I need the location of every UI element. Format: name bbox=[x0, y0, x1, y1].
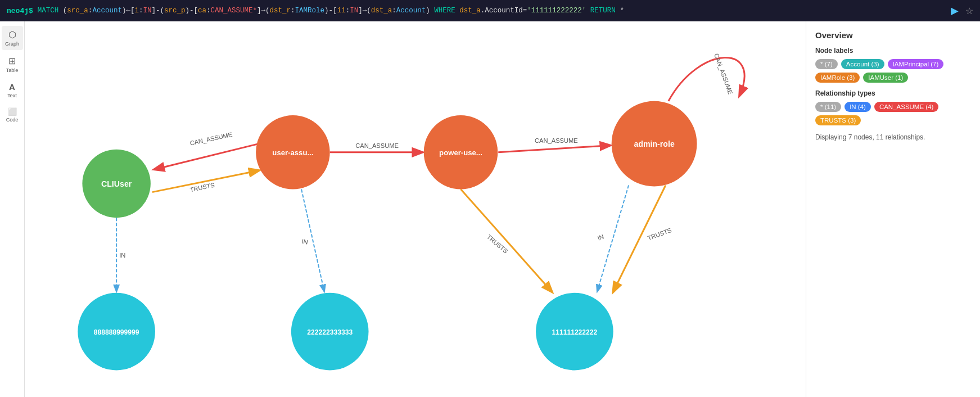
sidebar-item-text-label: Text bbox=[7, 93, 17, 98]
graph-icon: ⬡ bbox=[8, 29, 16, 40]
star-button[interactable]: ☆ bbox=[965, 6, 973, 16]
run-button[interactable]: ▶ bbox=[949, 4, 961, 17]
node-power-use-label: power-use... bbox=[439, 148, 482, 157]
badge-iamuser[interactable]: IAMUser (1) bbox=[863, 73, 908, 83]
sidebar-item-table[interactable]: ⊞ Table bbox=[2, 52, 23, 76]
badge-can-assume[interactable]: CAN_ASSUME (4) bbox=[874, 102, 939, 112]
query-bar: neo4j$ MATCH (src_a:Account)←[i:IN]-(src… bbox=[0, 0, 980, 21]
sidebar-item-code-label: Code bbox=[6, 117, 19, 123]
sidebar-item-text[interactable]: A Text bbox=[2, 79, 23, 102]
edge-label-trusts-2: TRUSTS bbox=[486, 233, 509, 255]
rel-types-badges: * (11) IN (4) CAN_ASSUME (4) bbox=[815, 102, 971, 112]
edge-label-can-assume-1: CAN_ASSUME bbox=[189, 131, 233, 147]
edge-label-trusts-3: TRUSTS bbox=[647, 227, 672, 241]
panel-title: Overview bbox=[815, 30, 971, 40]
edge-label-in-2: IN bbox=[301, 238, 309, 246]
text-icon: A bbox=[9, 82, 15, 92]
edge-can-assume-userassu-cliuser bbox=[155, 144, 259, 170]
query-prompt: neo4j$ bbox=[7, 7, 33, 15]
graph-svg: CAN_ASSUME TRUSTS CAN_ASSUME CAN_ASSUME … bbox=[25, 21, 806, 397]
edge-can-assume-self-loop bbox=[669, 57, 744, 101]
edge-label-can-assume-3: CAN_ASSUME bbox=[535, 137, 578, 144]
graph-canvas[interactable]: CAN_ASSUME TRUSTS CAN_ASSUME CAN_ASSUME … bbox=[25, 21, 806, 397]
node-labels-title: Node labels bbox=[815, 47, 971, 55]
edge-label-can-assume-2: CAN_ASSUME bbox=[355, 142, 399, 149]
right-panel: Overview Node labels * (7) Account (3) I… bbox=[806, 21, 980, 397]
edge-label-in-1: IN bbox=[119, 252, 125, 259]
main-area: ⬡ Graph ⊞ Table A Text ⬜ Code bbox=[0, 21, 980, 397]
badge-iamprincipal[interactable]: IAMPrincipal (7) bbox=[888, 59, 944, 69]
node-cliuser-label: CLIUser bbox=[101, 179, 132, 188]
badge-all-rels[interactable]: * (11) bbox=[815, 102, 841, 112]
table-icon: ⊞ bbox=[8, 56, 16, 66]
sidebar-item-graph[interactable]: ⬡ Graph bbox=[2, 26, 23, 50]
badge-iamrole[interactable]: IAMRole (3) bbox=[815, 73, 860, 83]
query-text: MATCH (src_a:Account)←[i:IN]-(src_p)-[ca… bbox=[38, 6, 944, 15]
sidebar: ⬡ Graph ⊞ Table A Text ⬜ Code bbox=[0, 21, 25, 397]
rel-types-title: Relationship types bbox=[815, 89, 971, 97]
display-info: Displaying 7 nodes, 11 relationships. bbox=[815, 133, 971, 141]
edge-label-in-3: IN bbox=[597, 233, 605, 241]
sidebar-item-table-label: Table bbox=[6, 67, 19, 73]
sidebar-item-code[interactable]: ⬜ Code bbox=[2, 104, 23, 126]
node-admin-role-label: admin-role bbox=[634, 139, 674, 148]
sidebar-item-graph-label: Graph bbox=[5, 41, 19, 47]
edge-trusts-poweruse-acc111 bbox=[460, 190, 552, 292]
edge-trusts-adminrole-acc111 bbox=[613, 185, 666, 291]
badge-trusts[interactable]: TRUSTS (3) bbox=[815, 115, 861, 125]
edge-can-assume-poweruse-adminrole bbox=[498, 146, 609, 152]
badge-account[interactable]: Account (3) bbox=[841, 59, 884, 69]
rel-types-badges-2: TRUSTS (3) bbox=[815, 115, 971, 125]
badge-all-nodes[interactable]: * (7) bbox=[815, 59, 838, 69]
node-acc888-label: 888888999999 bbox=[94, 328, 139, 336]
node-user-assu-label: user-assu... bbox=[272, 148, 313, 157]
code-icon: ⬜ bbox=[8, 107, 17, 116]
node-acc222-label: 222222333333 bbox=[307, 328, 353, 336]
node-labels-badges: * (7) Account (3) IAMPrincipal (7) IAMRo… bbox=[815, 59, 971, 83]
badge-in[interactable]: IN (4) bbox=[844, 102, 871, 112]
node-acc111-label: 111111222222 bbox=[552, 328, 597, 336]
